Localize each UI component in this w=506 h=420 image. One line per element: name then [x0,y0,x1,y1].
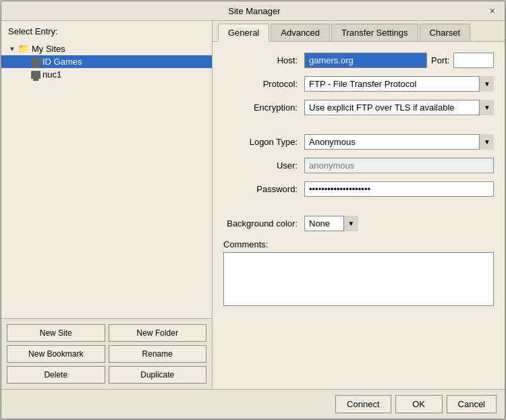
host-port-group: Port: [304,53,494,68]
left-buttons: New Site New Folder New Bookmark Rename … [1,318,212,389]
dialog-title: Site Manager [22,6,487,16]
id-games-label: ID Games [43,57,82,67]
port-label: Port: [431,55,449,65]
bottom-buttons: Connect OK Cancel [1,389,505,419]
ok-button[interactable]: OK [395,395,443,413]
my-sites-label: My Sites [32,44,65,54]
logon-type-label: Logon Type: [223,137,304,147]
duplicate-button[interactable]: Duplicate [109,366,207,384]
encryption-label: Encryption: [223,102,304,113]
encryption-row: Encryption: Use explicit FTP over TLS if… [223,100,494,115]
protocol-label: Protocol: [223,79,304,89]
select-entry-label: Select Entry: [1,21,212,39]
comments-section: Comments: [223,239,494,308]
left-panel: Select Entry: ▼ 📁 My Sites ID Games [1,21,213,389]
host-input[interactable] [304,53,427,68]
form-area: Host: Port: Protocol: FTP - File Transfe… [213,42,505,389]
user-row: User: [223,158,494,173]
right-panel: General Advanced Transfer Settings Chars… [213,21,505,389]
logon-type-select-wrapper: Anonymous Normal Ask for password Intera… [304,134,494,150]
comments-textarea[interactable] [223,252,494,306]
host-label: Host: [223,55,304,65]
protocol-row: Protocol: FTP - File Transfer Protocol S… [223,76,494,92]
tree-arrow: ▼ [7,45,18,53]
user-label: User: [223,160,304,171]
protocol-select-wrapper: FTP - File Transfer Protocol SFTP - SSH … [304,76,494,92]
port-input[interactable] [453,53,494,68]
nuc1-label: nuc1 [43,69,61,80]
folder-icon: 📁 [18,43,30,54]
protocol-select[interactable]: FTP - File Transfer Protocol SFTP - SSH … [304,76,494,92]
rename-button[interactable]: Rename [109,345,207,363]
encryption-select-wrapper: Use explicit FTP over TLS if available O… [304,100,494,115]
encryption-select[interactable]: Use explicit FTP over TLS if available O… [304,100,494,115]
site-icon-id-games [31,58,40,66]
tabs: General Advanced Transfer Settings Chars… [213,21,505,42]
bg-color-group: None Red Green Blue Yellow ▼ [304,216,358,231]
password-row: Password: [223,181,494,197]
user-input[interactable] [304,158,494,173]
logon-type-row: Logon Type: Anonymous Normal Ask for pas… [223,134,494,150]
connect-button[interactable]: Connect [335,395,391,413]
comments-label: Comments: [223,239,494,249]
cancel-button[interactable]: Cancel [447,395,497,413]
tab-transfer-settings[interactable]: Transfer Settings [331,24,418,41]
password-label: Password: [223,184,304,194]
site-icon-nuc1 [31,71,40,79]
color-select-wrapper: None Red Green Blue Yellow ▼ [304,216,358,231]
new-folder-button[interactable]: New Folder [109,324,207,342]
close-button[interactable]: × [487,5,498,16]
tree-item-nuc1[interactable]: nuc1 [1,68,212,81]
bg-color-select[interactable]: None Red Green Blue Yellow [304,216,358,231]
site-manager-dialog: Site Manager × Select Entry: ▼ 📁 My Site… [1,1,505,419]
logon-type-select[interactable]: Anonymous Normal Ask for password Intera… [304,134,494,150]
password-input[interactable] [304,181,494,197]
host-row: Host: Port: [223,53,494,68]
tab-charset[interactable]: Charset [420,24,471,41]
tree-area: ▼ 📁 My Sites ID Games nuc1 [1,39,212,318]
tree-item-id-games[interactable]: ID Games [1,55,212,68]
tree-item-my-sites[interactable]: ▼ 📁 My Sites [1,42,212,55]
title-bar: Site Manager × [1,1,505,21]
new-site-button[interactable]: New Site [7,324,105,342]
bg-color-label: Background color: [223,218,304,229]
tab-advanced[interactable]: Advanced [271,24,330,41]
tab-general[interactable]: General [218,24,269,42]
delete-button[interactable]: Delete [7,366,105,384]
new-bookmark-button[interactable]: New Bookmark [7,345,105,363]
bg-color-row: Background color: None Red Green Blue Ye… [223,216,494,231]
